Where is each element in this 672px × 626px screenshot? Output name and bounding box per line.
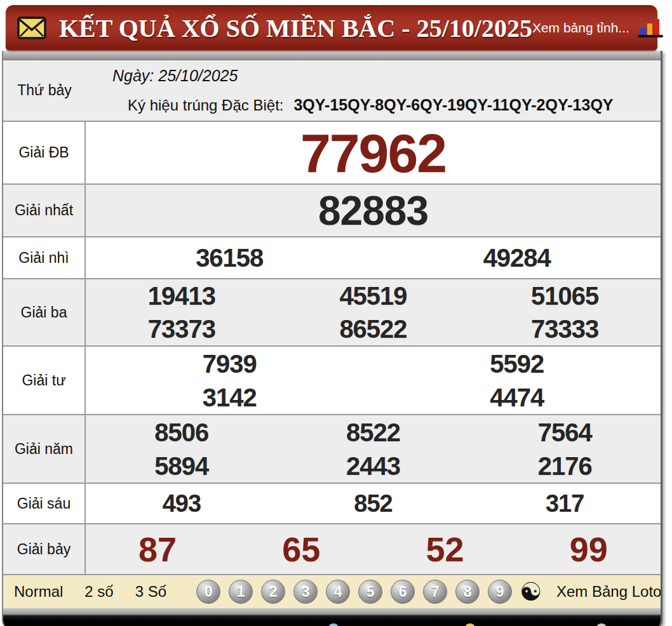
prize-number: 852 [354, 491, 392, 516]
cutoff-icon [329, 623, 338, 626]
digit-ball-1[interactable]: 1 [229, 580, 253, 604]
prize-number: 7939 [203, 351, 257, 376]
special-symbol-line: Ký hiệu trúng Đặc Biệt: 3QY-15QY-8QY-6QY… [128, 96, 661, 114]
digit-ball-5[interactable]: 5 [358, 580, 382, 604]
cutoff-icon [466, 623, 474, 626]
prize-number: 317 [546, 491, 584, 516]
prize-number: 7564 [538, 420, 592, 445]
yinyang-icon[interactable]: ☯ [520, 580, 542, 604]
prize-row-seventh: Giải bảy 87 65 52 99 [3, 523, 661, 574]
envelope-icon[interactable] [17, 17, 46, 39]
prize-row-fifth: Giải năm 8506 8522 7564 5894 2443 2176 [3, 414, 661, 483]
prize-label: Giải tư [3, 347, 86, 414]
header-bar: KẾT QUẢ XỔ SỐ MIỀN BẮC - 25/10/2025 Xem … [6, 5, 657, 51]
prize-number: 2176 [538, 453, 592, 479]
prize-number: 49284 [483, 245, 551, 270]
prize-row-fourth: Giải tư 7939 5592 3142 4474 [3, 345, 661, 414]
prize-number: 3142 [203, 385, 257, 410]
lottery-results-page: KẾT QUẢ XỔ SỐ MIỀN BẮC - 25/10/2025 Xem … [0, 0, 672, 626]
prize-number: 87 [138, 532, 177, 566]
prize-number: 99 [570, 532, 608, 566]
prize-label: Giải nhì [3, 237, 86, 278]
prize-number: 493 [163, 491, 201, 516]
digit-ball-7[interactable]: 7 [423, 580, 447, 604]
prize-label: Giải nhất [3, 185, 86, 236]
weekday-label: Thứ bảy [3, 60, 86, 121]
results-table: Thứ bảy Ngày: 25/10/2025 Ký hiệu trúng Đ… [2, 51, 662, 626]
prize-number: 86522 [339, 316, 407, 342]
digit-ball-0[interactable]: 0 [196, 580, 220, 604]
bottom-toolbar: Normal 2 số 3 Số 0 1 2 3 4 5 6 7 8 9 [3, 574, 661, 608]
prize-number: 36158 [196, 245, 263, 270]
lottery-widget: KẾT QUẢ XỔ SỐ MIỀN BẮC - 25/10/2025 Xem … [2, 0, 662, 626]
digit-ball-6[interactable]: 6 [391, 580, 415, 604]
cutoff-icon [597, 623, 606, 626]
prize-label: Giải ĐB [3, 122, 86, 183]
prize-number: 65 [282, 532, 320, 566]
symbol-value: 3QY-15QY-8QY-6QY-19QY-11QY-2QY-13QY [293, 96, 613, 114]
digit-ball-8[interactable]: 8 [455, 580, 480, 604]
draw-date: Ngày: 25/10/2025 [112, 67, 661, 85]
prize-number: 77962 [300, 126, 446, 180]
mode-2-digits[interactable]: 2 số [74, 583, 124, 601]
digit-ball-9[interactable]: 9 [488, 580, 512, 604]
bar-chart-icon[interactable] [637, 17, 664, 39]
symbol-label: Ký hiệu trúng Đặc Biệt: [128, 97, 283, 114]
prize-row-second: Giải nhì 36158 49284 [3, 236, 661, 278]
info-row: Thứ bảy Ngày: 25/10/2025 Ký hiệu trúng Đ… [3, 60, 661, 121]
prize-number: 51065 [531, 283, 598, 309]
digit-ball-3[interactable]: 3 [293, 580, 318, 604]
loto-table-link[interactable]: Xem Bảng Loto [556, 583, 661, 601]
digit-filter-balls: 0 1 2 3 4 5 6 7 8 9 [196, 580, 512, 604]
prize-number: 82883 [318, 190, 428, 231]
prize-number: 2443 [346, 453, 400, 479]
digit-ball-2[interactable]: 2 [261, 580, 285, 604]
prize-label: Giải sáu [3, 484, 86, 523]
prize-row-special: Giải ĐB 77962 [3, 121, 661, 183]
prize-number: 52 [426, 532, 464, 566]
mode-normal[interactable]: Normal [3, 583, 74, 601]
prize-number: 8522 [346, 420, 400, 445]
prize-number: 45519 [339, 283, 407, 309]
prize-label: Giải ba [3, 279, 86, 345]
info-content: Ngày: 25/10/2025 Ký hiệu trúng Đặc Biệt:… [86, 60, 661, 121]
prize-row-third: Giải ba 19413 45519 51065 73373 86522 73… [3, 278, 661, 345]
prize-label: Giải năm [3, 415, 86, 483]
prize-number: 73373 [148, 316, 215, 342]
prize-number: 73333 [531, 316, 598, 342]
prize-number: 8506 [154, 420, 208, 445]
prize-label: Giải bảy [3, 524, 86, 574]
digit-ball-4[interactable]: 4 [326, 580, 350, 604]
prize-number: 4474 [490, 385, 544, 410]
prize-number: 19413 [148, 283, 215, 309]
header-right: Xem bảng tỉnh... [532, 17, 665, 39]
province-table-link[interactable]: Xem bảng tỉnh... [532, 20, 629, 36]
page-title: KẾT QUẢ XỔ SỐ MIỀN BẮC - 25/10/2025 [59, 13, 532, 43]
prize-number: 5894 [154, 453, 208, 479]
top-band [3, 51, 661, 60]
prize-row-first: Giải nhất 82883 [3, 183, 661, 236]
prize-number: 5592 [490, 351, 544, 376]
mode-3-digits[interactable]: 3 Số [124, 583, 177, 601]
prize-row-sixth: Giải sáu 493 852 317 [3, 483, 661, 523]
